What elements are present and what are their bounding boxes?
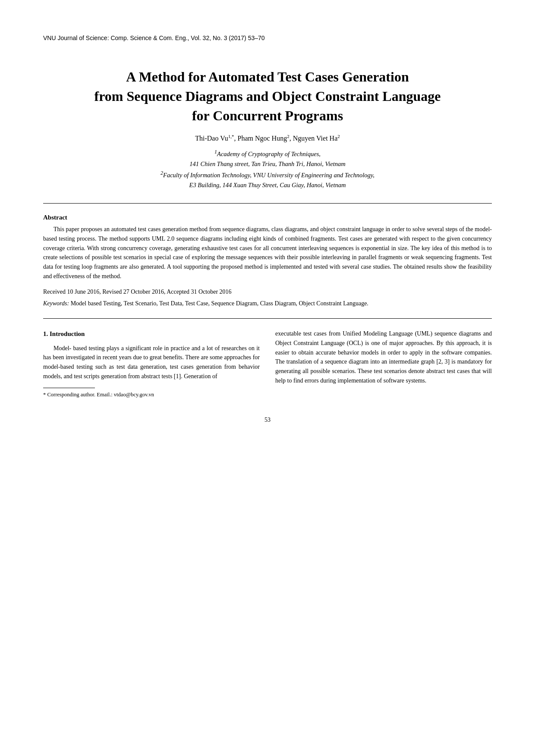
abstract-section: Abstract This paper proposes an automate… — [43, 214, 492, 281]
divider-bottom — [43, 318, 492, 319]
affiliations: 1Academy of Cryptography of Techniques, … — [43, 148, 492, 190]
footnote: * Corresponding author. Email.: vtdao@bc… — [43, 391, 260, 399]
authors-line: Thi-Dao Vu1,*, Pham Ngoc Hung2, Nguyen V… — [43, 134, 492, 142]
footnote-text: Corresponding author. Email.: vtdao@bcy.… — [47, 392, 154, 398]
keywords-label: Keywords: — [43, 300, 69, 307]
aff2-name: Faculty of Information Technology, VNU U… — [163, 172, 374, 179]
author1-sup: 1,* — [228, 134, 234, 139]
keywords-text: Model based Testing, Test Scenario, Test… — [71, 300, 368, 307]
abstract-title: Abstract — [43, 214, 492, 221]
right-column-text: executable test cases from Unified Model… — [275, 329, 492, 385]
divider-top — [43, 203, 492, 204]
aff1-addr: 141 Chien Thang street, Tan Trieu, Thanh… — [189, 160, 346, 167]
author3-name: , Nguyen Viet Ha — [290, 135, 338, 142]
two-column-layout: 1. Introduction Model- based testing pla… — [43, 329, 492, 399]
abstract-text: This paper proposes an automated test ca… — [43, 225, 492, 281]
footnote-divider — [43, 388, 95, 388]
author3-sup: 2 — [337, 134, 340, 139]
right-column: executable test cases from Unified Model… — [275, 329, 492, 399]
section1-title: 1. Introduction — [43, 329, 260, 339]
section1-text: Model- based testing plays a significant… — [43, 344, 260, 381]
author1-name: Thi-Dao Vu — [195, 135, 228, 142]
title-section: A Method for Automated Test Cases Genera… — [43, 67, 492, 190]
aff1-name: Academy of Cryptography of Techniques, — [217, 151, 321, 157]
page-number: 53 — [43, 417, 492, 423]
journal-header: VNU Journal of Science: Comp. Science & … — [43, 35, 492, 41]
keywords-line: Keywords: Model based Testing, Test Scen… — [43, 299, 492, 308]
received-line: Received 10 June 2016, Revised 27 Octobe… — [43, 289, 492, 295]
main-title: A Method for Automated Test Cases Genera… — [43, 67, 492, 125]
footnote-symbol: * — [43, 392, 46, 398]
author2-name: , Pham Ngoc Hung — [234, 135, 287, 142]
page: VNU Journal of Science: Comp. Science & … — [0, 0, 535, 756]
left-column: 1. Introduction Model- based testing pla… — [43, 329, 260, 399]
aff2-addr: E3 Building, 144 Xuan Thuy Street, Cau G… — [189, 182, 346, 188]
